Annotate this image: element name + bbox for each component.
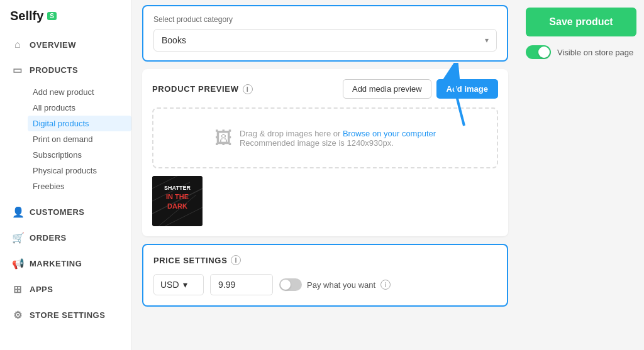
products-subnav: Add new product All products Digital pro…: [0, 83, 131, 199]
sidebar-item-apps[interactable]: ⊞ APPS: [0, 276, 131, 302]
pay-what-you-want-row: Pay what you want i: [279, 278, 391, 291]
save-product-button[interactable]: Save product: [526, 8, 636, 36]
subnav-add-new-product[interactable]: Add new product: [28, 84, 131, 100]
category-card: Select product category Books ▾: [142, 5, 508, 62]
sidebar: Sellfy S ⌂ OVERVIEW ▭ PRODUCTS Add new p…: [0, 0, 132, 350]
pay-what-you-want-toggle[interactable]: [279, 278, 302, 291]
price-row: USD ▾ Pay what you want i: [153, 274, 497, 295]
products-icon: ▭: [12, 64, 23, 76]
currency-select-dropdown[interactable]: USD ▾: [153, 274, 204, 295]
product-preview-card: PRODUCT PREVIEW i Add media preview Add …: [142, 69, 508, 236]
sidebar-item-overview[interactable]: ⌂ OVERVIEW: [0, 32, 131, 57]
subnav-physical-products[interactable]: Physical products: [28, 163, 131, 178]
sidebar-item-store-settings[interactable]: ⚙ STORE SETTINGS: [0, 302, 131, 328]
marketing-icon: 📢: [12, 258, 23, 270]
sidebar-item-products[interactable]: ▭ PRODUCTS: [0, 57, 131, 83]
visible-on-store-label: Visible on store page: [557, 48, 633, 57]
book-thumbnail: SHATTER IN THE DARK: [152, 176, 203, 226]
pay-what-you-want-info-icon[interactable]: i: [380, 280, 391, 290]
sidebar-item-orders[interactable]: 🛒 ORDERS: [0, 225, 131, 251]
sidebar-item-customers[interactable]: 👤 CUSTOMERS: [0, 199, 131, 225]
subnav-freebies[interactable]: Freebies: [28, 178, 131, 194]
logo: Sellfy S: [0, 0, 131, 32]
add-media-preview-button[interactable]: Add media preview: [343, 79, 431, 99]
overview-icon: ⌂: [12, 39, 23, 50]
browse-link[interactable]: Browse on your computer: [343, 129, 436, 138]
currency-value: USD: [160, 280, 179, 290]
sidebar-item-label: APPS: [30, 285, 53, 294]
logo-text: Sellfy: [10, 9, 43, 23]
sidebar-item-label: ORDERS: [30, 233, 67, 243]
price-settings-card: PRICE SETTINGS i USD ▾ Pay what you want…: [142, 244, 508, 307]
preview-header: PRODUCT PREVIEW i Add media preview Add …: [152, 79, 498, 99]
subnav-all-products[interactable]: All products: [28, 100, 131, 116]
category-label: Select product category: [153, 15, 497, 24]
logo-badge: S: [47, 12, 57, 20]
image-drop-icon: 🖼: [214, 128, 232, 148]
right-panel: Save product Visible on store page: [518, 0, 644, 350]
main-content: Select product category Books ▾ PRODUCT …: [132, 0, 518, 350]
add-image-button[interactable]: Add image: [436, 79, 498, 99]
subnav-subscriptions[interactable]: Subscriptions: [28, 147, 131, 163]
customers-icon: 👤: [12, 206, 23, 218]
apps-icon: ⊞: [12, 283, 23, 295]
drop-zone-text: Drag & drop images here or Browse on you…: [240, 129, 436, 148]
subnav-digital-products[interactable]: Digital products: [28, 116, 131, 131]
svg-text:IN THE: IN THE: [166, 193, 189, 200]
category-selected-value: Books: [162, 35, 186, 45]
chevron-down-icon: ▾: [485, 36, 489, 45]
orders-icon: 🛒: [12, 232, 23, 244]
category-select-dropdown[interactable]: Books ▾: [153, 29, 497, 52]
preview-actions: Add media preview Add image: [343, 79, 498, 99]
sidebar-item-marketing[interactable]: 📢 MARKETING: [0, 251, 131, 276]
visible-on-store-toggle[interactable]: [526, 45, 551, 59]
sidebar-item-label: CUSTOMERS: [30, 207, 85, 217]
subnav-print-on-demand[interactable]: Print on demand: [28, 131, 131, 147]
image-drop-zone[interactable]: 🖼 Drag & drop images here or Browse on y…: [152, 107, 498, 168]
sidebar-item-label: STORE SETTINGS: [30, 310, 105, 320]
price-input[interactable]: [210, 274, 273, 295]
svg-text:DARK: DARK: [167, 202, 187, 210]
sidebar-item-label: OVERVIEW: [30, 40, 76, 50]
price-settings-title: PRICE SETTINGS i: [153, 255, 497, 265]
store-settings-icon: ⚙: [12, 309, 23, 321]
price-info-icon[interactable]: i: [231, 255, 241, 265]
sidebar-item-label: PRODUCTS: [30, 65, 78, 75]
currency-chevron-icon: ▾: [183, 280, 187, 290]
book-cover-svg: SHATTER IN THE DARK: [152, 176, 203, 226]
preview-info-icon[interactable]: i: [243, 84, 253, 94]
visible-on-store-row: Visible on store page: [526, 45, 636, 59]
svg-text:SHATTER: SHATTER: [164, 185, 191, 191]
sidebar-item-label: MARKETING: [30, 259, 82, 268]
preview-title: PRODUCT PREVIEW i: [152, 84, 253, 94]
pay-what-you-want-label: Pay what you want: [307, 280, 375, 290]
